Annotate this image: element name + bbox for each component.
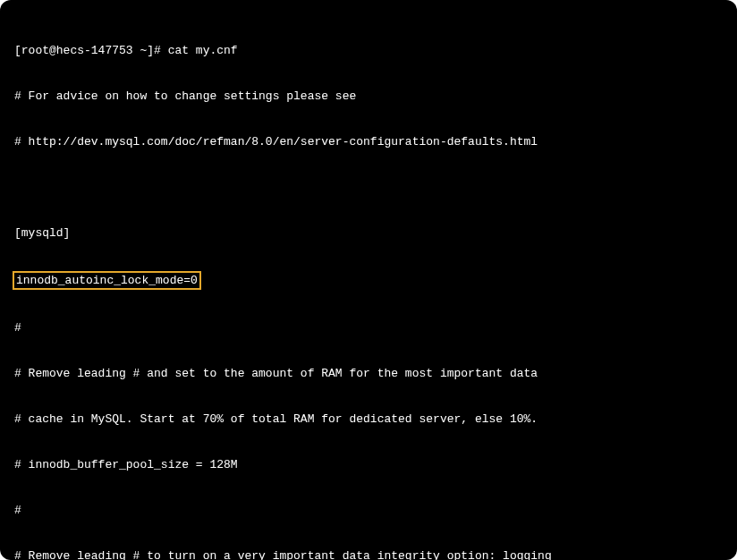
terminal-line: #	[14, 503, 723, 518]
terminal-line	[14, 180, 723, 195]
terminal-line: #	[14, 320, 723, 335]
terminal-line: # For advice on how to change settings p…	[14, 89, 723, 104]
highlighted-config-line: innodb_autoinc_lock_mode=0	[13, 271, 201, 290]
terminal-content: [root@hecs-147753 ~]# cat my.cnf # For a…	[14, 13, 723, 560]
terminal-window[interactable]: [root@hecs-147753 ~]# cat my.cnf # For a…	[0, 0, 737, 560]
terminal-line: # cache in MySQL. Start at 70% of total …	[14, 412, 723, 427]
terminal-line: # innodb_buffer_pool_size = 128M	[14, 457, 723, 472]
terminal-line: # http://dev.mysql.com/doc/refman/8.0/en…	[14, 134, 723, 149]
terminal-line: # Remove leading # to turn on a very imp…	[14, 548, 723, 560]
terminal-line: innodb_autoinc_lock_mode=0	[14, 271, 723, 290]
terminal-line: # Remove leading # and set to the amount…	[14, 366, 723, 381]
terminal-line: [mysqld]	[14, 225, 723, 241]
terminal-prompt-line: [root@hecs-147753 ~]# cat my.cnf	[14, 43, 723, 58]
